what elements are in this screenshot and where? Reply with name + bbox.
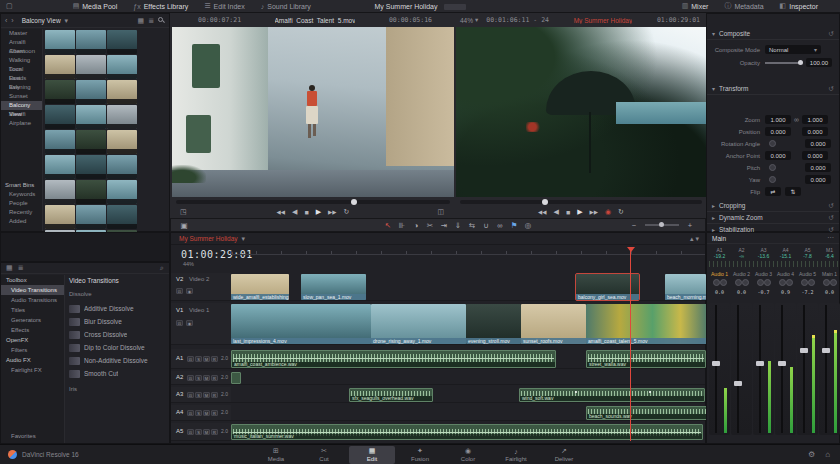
effects-nav-item-audio-transitions[interactable]: Audio Transitions bbox=[1, 295, 64, 305]
fader-db-value[interactable]: -7.2 bbox=[797, 289, 818, 295]
track-lock-button[interactable]: ⊡ bbox=[176, 320, 183, 326]
thumbnail-view-icon[interactable]: ▦ bbox=[138, 17, 145, 25]
bin-item[interactable]: Walking Tour bbox=[1, 56, 42, 65]
reset-icon[interactable]: ↺ bbox=[829, 214, 834, 222]
sound-library-toggle[interactable]: ♪Sound Library bbox=[253, 0, 319, 13]
track-solo-button[interactable]: S bbox=[195, 375, 202, 381]
audio-clip[interactable]: amalfi_coast_ambience.wav bbox=[231, 350, 556, 368]
transition-item[interactable]: Non-Additive Dissolve bbox=[69, 354, 166, 367]
fader-main1[interactable] bbox=[819, 303, 840, 435]
media-thumbnail[interactable] bbox=[107, 130, 137, 154]
effects-nav-item-filters[interactable]: Filters bbox=[1, 345, 64, 355]
timeline-clip[interactable]: wide_amalfi_establishing.mov bbox=[231, 274, 289, 300]
bin-item[interactable]: Local Roads bbox=[1, 65, 42, 74]
pan-knob[interactable] bbox=[713, 279, 720, 286]
bin-item[interactable]: Master bbox=[1, 29, 42, 38]
timeline-clip[interactable]: evening_stroll.mov bbox=[466, 304, 521, 344]
inspector-toggle[interactable]: ◧Inspector bbox=[772, 0, 826, 13]
bin-item[interactable]: Airplane bbox=[1, 119, 42, 128]
flip-vertical-button[interactable]: ⇅ bbox=[785, 187, 801, 196]
audio-clip[interactable]: wind_soft.wav bbox=[519, 388, 705, 402]
media-thumbnail[interactable] bbox=[107, 30, 137, 54]
reset-icon[interactable]: ↺ bbox=[829, 202, 834, 210]
edit-index-toggle[interactable]: ☰Edit Index bbox=[196, 0, 252, 13]
insert-clip-button[interactable]: ⇥ bbox=[437, 221, 451, 230]
loop-button[interactable]: ↻ bbox=[344, 208, 350, 216]
fader-audio5[interactable] bbox=[797, 303, 818, 435]
track-arm-button[interactable]: R bbox=[211, 356, 218, 362]
track-lock-button[interactable]: ⊡ bbox=[187, 392, 194, 398]
bin-item-selected[interactable]: Balcony View bbox=[1, 101, 42, 110]
loop-button[interactable]: ↻ bbox=[618, 208, 624, 216]
timeline-viewer-scrubber[interactable] bbox=[460, 200, 702, 204]
jump-end-button[interactable]: ▶▶ bbox=[328, 209, 336, 215]
rotation-value[interactable]: 0.000 bbox=[805, 139, 831, 148]
track-lock-button[interactable]: ⊡ bbox=[187, 356, 194, 362]
effects-list-view-icon[interactable]: ≣ bbox=[18, 264, 24, 272]
pan-knob[interactable] bbox=[830, 279, 837, 286]
media-thumbnail[interactable] bbox=[107, 105, 137, 129]
anchor-x-value[interactable]: 0.000 bbox=[765, 151, 791, 160]
track-mute-button[interactable]: M bbox=[203, 356, 210, 362]
track-header-a2[interactable]: A2 ⊡SMR 2.0 bbox=[171, 371, 231, 385]
track-enable-button[interactable]: ◉ bbox=[186, 288, 193, 294]
project-manager-icon[interactable]: ⌂ bbox=[825, 450, 830, 459]
bin-selector[interactable]: Balcony View bbox=[22, 17, 61, 24]
keyframe-dot[interactable] bbox=[649, 391, 651, 393]
composite-mode-select[interactable]: Normal▾ bbox=[765, 45, 821, 54]
transition-item[interactable]: Cross Dissolve bbox=[69, 328, 166, 341]
zoom-x-value[interactable]: 1.000 bbox=[765, 115, 791, 124]
media-thumbnail[interactable] bbox=[76, 30, 106, 54]
page-color[interactable]: ◉Color bbox=[445, 446, 491, 464]
anchor-y-value[interactable]: 0.000 bbox=[802, 151, 828, 160]
track-mute-button[interactable]: M bbox=[203, 392, 210, 398]
pan-knob[interactable] bbox=[801, 279, 808, 286]
strip-label[interactable]: Audio 4 bbox=[775, 271, 796, 277]
track-lock-button[interactable]: ⊡ bbox=[187, 410, 194, 416]
mixer-options-icon[interactable]: ⋯ bbox=[827, 234, 834, 242]
media-thumbnail[interactable] bbox=[107, 205, 137, 229]
mixer-toggle[interactable]: ▥Mixer bbox=[674, 0, 717, 13]
track-solo-button[interactable]: S bbox=[195, 356, 202, 362]
page-media[interactable]: ⊞Media bbox=[253, 446, 299, 464]
timeline-clip[interactable]: sunset_roofs.mov bbox=[521, 304, 586, 344]
razor-edit-button[interactable]: ✂ bbox=[423, 221, 437, 230]
track-solo-button[interactable]: S bbox=[195, 410, 202, 416]
fader-audio2[interactable] bbox=[731, 303, 752, 435]
track-solo-button[interactable]: S bbox=[195, 392, 202, 398]
metadata-toggle[interactable]: ⓘMetadata bbox=[716, 0, 771, 13]
timeline-view-options-button[interactable]: ▣ bbox=[177, 221, 191, 230]
stop-button[interactable]: ■ bbox=[566, 209, 570, 216]
play-button[interactable]: ▶ bbox=[316, 208, 321, 216]
play-reverse-button[interactable]: ◀ bbox=[554, 208, 559, 216]
jump-start-button[interactable]: ◀◀ bbox=[538, 209, 546, 215]
page-deliver[interactable]: ↗Deliver bbox=[541, 446, 587, 464]
effects-nav-item-effects[interactable]: Effects bbox=[1, 325, 64, 335]
zoom-out-button[interactable]: − bbox=[627, 221, 641, 230]
link-icon[interactable]: ∞ bbox=[794, 116, 799, 123]
forward-button[interactable]: › bbox=[11, 17, 13, 24]
effects-library-toggle[interactable]: ƒxEffects Library bbox=[125, 0, 196, 13]
opacity-slider[interactable] bbox=[765, 62, 801, 64]
audio-clip[interactable]: music_italian_summer.wav bbox=[231, 424, 703, 440]
fader-audio4[interactable] bbox=[775, 303, 796, 435]
pitch-value[interactable]: 0.000 bbox=[805, 163, 831, 172]
effects-grid-view-icon[interactable]: ▦ bbox=[6, 264, 13, 272]
bin-item[interactable]: Sunset bbox=[1, 92, 42, 101]
strip-label[interactable]: Audio 1 bbox=[709, 271, 730, 277]
media-thumbnail[interactable] bbox=[107, 155, 137, 179]
pan-knob[interactable] bbox=[779, 279, 786, 286]
linked-selection-button[interactable]: ∞ bbox=[493, 221, 507, 230]
position-x-value[interactable]: 0.000 bbox=[765, 127, 791, 136]
strip-label[interactable]: Audio 2 bbox=[731, 271, 752, 277]
pan-knob[interactable] bbox=[757, 279, 764, 286]
track-solo-button[interactable]: S bbox=[195, 429, 202, 435]
flip-horizontal-button[interactable]: ⇄ bbox=[765, 187, 781, 196]
scroll-up-icon[interactable]: ▴ bbox=[690, 235, 694, 243]
flag-button[interactable]: ⚑ bbox=[507, 221, 521, 230]
fader-db-value[interactable]: 0.0 bbox=[731, 289, 752, 295]
position-y-value[interactable]: 0.000 bbox=[802, 127, 828, 136]
zoom-slider[interactable] bbox=[645, 224, 679, 226]
effects-nav-item-fairlight-fx[interactable]: Fairlight FX bbox=[1, 365, 64, 375]
timeline-clip[interactable]: slow_pan_sea_1.mov bbox=[301, 274, 366, 300]
